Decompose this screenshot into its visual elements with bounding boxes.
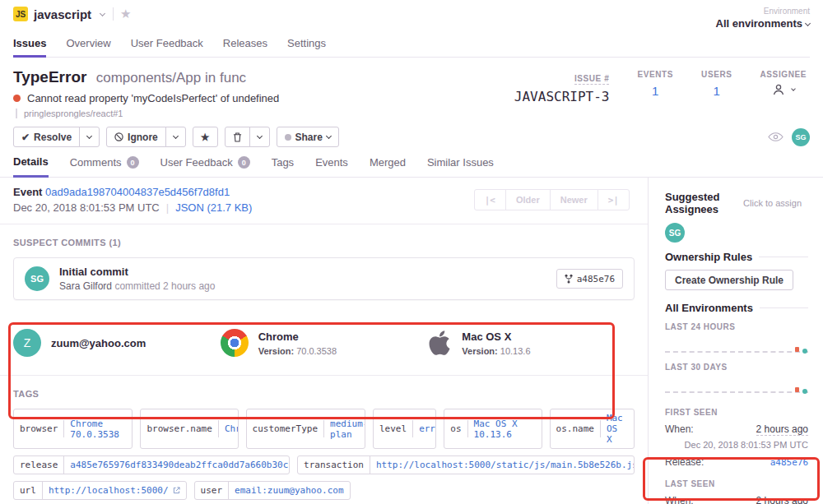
action-bar: ✔Resolve Ignore ★ Share SG [0, 118, 823, 149]
event-json-link[interactable]: JSON (21.7 KB) [175, 201, 252, 214]
event-timestamp: Dec 20, 2018 8:01:53 PM UTC [13, 201, 160, 214]
resolve-button[interactable]: ✔Resolve [13, 127, 80, 147]
bookmark-star-icon[interactable]: ★ [120, 7, 131, 21]
chevron-down-icon [100, 10, 105, 16]
tag-browser-name: browser.nameChrome [140, 409, 238, 449]
commit-title: Initial commit [59, 266, 215, 278]
events-label: EVENTS [637, 70, 673, 79]
user-email: zuum@yahoo.com [51, 337, 146, 349]
first-event-button[interactable]: |< [474, 189, 506, 210]
nav-overview[interactable]: Overview [66, 37, 110, 57]
version-label: Version: [258, 346, 294, 356]
suggested-assignees-heading: Suggested Assignees [665, 191, 738, 215]
tag-customer-type: customerTypemedium-plan [246, 409, 365, 449]
first-seen-date: Dec 20, 2018 8:01:53 PM UTC [665, 440, 808, 450]
tab-user-feedback[interactable]: User Feedback0 [160, 155, 250, 177]
viewer-avatar[interactable]: SG [792, 128, 810, 146]
subscribe-eye-icon[interactable] [768, 132, 783, 142]
issue-culprit: components/App in func [96, 70, 246, 86]
event-label: Event [13, 186, 42, 198]
tag-user: useremail:zuum@yahoo.com [194, 481, 351, 500]
issue-annotation: pringlesprongles/react#1 [16, 109, 514, 118]
event-id-link[interactable]: 0ad9ada198704004837e5d456f7d8fd1 [45, 186, 230, 198]
tab-merged[interactable]: Merged [370, 155, 406, 177]
nav-issues[interactable]: Issues [13, 37, 46, 58]
nav-user-feedback[interactable]: User Feedback [131, 37, 203, 57]
issue-detail-tabs: Details Comments0 User Feedback0 Tags Ev… [0, 149, 823, 178]
ignore-button[interactable]: Ignore [106, 127, 166, 147]
chevron-down-icon [173, 133, 179, 139]
newer-event-button[interactable]: Newer [550, 189, 598, 210]
tab-details[interactable]: Details [13, 155, 49, 178]
users-label: USERS [701, 70, 732, 79]
environment-selector[interactable]: All environments [716, 17, 810, 30]
event-pagination: |< Older Newer >| [474, 189, 630, 210]
divider [113, 7, 114, 21]
share-button[interactable]: Share [277, 127, 339, 147]
last-event-button[interactable]: >| [597, 189, 630, 210]
first-seen-release-link[interactable]: a485e76 [770, 457, 808, 468]
last-30-days-sparkline [665, 375, 808, 396]
nav-settings[interactable]: Settings [287, 37, 326, 57]
delete-button[interactable] [225, 127, 250, 147]
chevron-down-icon [256, 133, 262, 139]
context-os: Mac OS X Version: 10.13.6 [427, 329, 635, 357]
external-link-icon [173, 487, 180, 494]
issue-message: Cannot read property 'myCodeIsPerfect' o… [27, 92, 279, 104]
sparkline-event-marker [795, 347, 799, 352]
sparkline-release-dot [802, 349, 807, 354]
version-label: Version: [462, 346, 497, 356]
resolve-dropdown-button[interactable] [79, 127, 100, 147]
share-status-dot [285, 134, 291, 141]
error-level-dot [13, 95, 21, 102]
tag-browser: browserChrome 70.0.3538 [13, 409, 133, 449]
click-to-assign-hint: Click to assign [743, 198, 802, 208]
tab-events[interactable]: Events [315, 155, 348, 177]
sparkline-baseline [665, 391, 808, 393]
browser-name: Chrome [258, 331, 337, 343]
issue-number: JAVASCRIPT-3 [514, 89, 610, 104]
browser-version: 70.0.3538 [296, 346, 337, 356]
issue-stats: ISSUE # JAVASCRIPT-3 EVENTS 1 USERS 1 AS… [514, 68, 810, 118]
issue-number-label: ISSUE # [574, 74, 610, 85]
project-name: javascript [34, 7, 91, 21]
comments-count-badge: 0 [127, 156, 139, 169]
sentry-issue-page: JS javascript ★ Environment All environm… [0, 0, 823, 504]
project-platform-icon: JS [13, 7, 28, 21]
tag-release: releasea485e765976df833490deab2ffca0dd7a… [13, 455, 290, 474]
events-count[interactable]: 1 [637, 84, 673, 98]
tab-tags[interactable]: Tags [272, 155, 294, 177]
assignee-dropdown[interactable] [760, 83, 807, 96]
mute-icon [114, 132, 123, 141]
check-icon: ✔ [21, 132, 30, 143]
users-count[interactable]: 1 [701, 84, 732, 98]
event-context-row: Z zuum@yahoo.com Chrome Version: 70.0.35… [0, 312, 648, 376]
tag-level: levelerror [373, 409, 436, 449]
primary-nav: Issues Overview User Feedback Releases S… [13, 37, 810, 58]
tag-os: osMac OS X 10.13.6 [444, 409, 542, 449]
sparkline-release-dot [802, 389, 807, 394]
nav-releases[interactable]: Releases [223, 37, 267, 57]
commit-sha-button[interactable]: a485e76 [556, 269, 623, 289]
apple-icon [427, 329, 452, 357]
tab-similar-issues[interactable]: Similar Issues [427, 155, 494, 177]
trash-icon [233, 132, 242, 142]
commit-author: Sara Gilford [59, 280, 112, 292]
suggested-assignee-avatar[interactable]: SG [665, 223, 685, 243]
project-selector[interactable]: JS javascript [13, 7, 105, 21]
create-ownership-rule-button[interactable]: Create Ownership Rule [665, 270, 793, 290]
tag-url: urlhttp://localhost:5000/ [13, 481, 187, 500]
tab-comments[interactable]: Comments0 [70, 155, 139, 177]
tag-transaction: transactionhttp://localhost:5000/static/… [297, 455, 635, 474]
issue-header: TypeError components/App in func Cannot … [0, 58, 823, 118]
last-30-days-label: LAST 30 DAYS [665, 363, 808, 372]
divider: | [166, 201, 169, 214]
delete-dropdown-button[interactable] [249, 127, 270, 147]
suspect-commits-heading: SUSPECT COMMITS (1) [13, 238, 635, 247]
last-24-hours-sparkline [665, 335, 808, 356]
tags-heading: TAGS [13, 389, 635, 399]
older-event-button[interactable]: Older [505, 189, 551, 210]
star-button[interactable]: ★ [193, 127, 218, 147]
ignore-dropdown-button[interactable] [165, 127, 186, 147]
all-environments-heading: All Environments [665, 302, 808, 314]
